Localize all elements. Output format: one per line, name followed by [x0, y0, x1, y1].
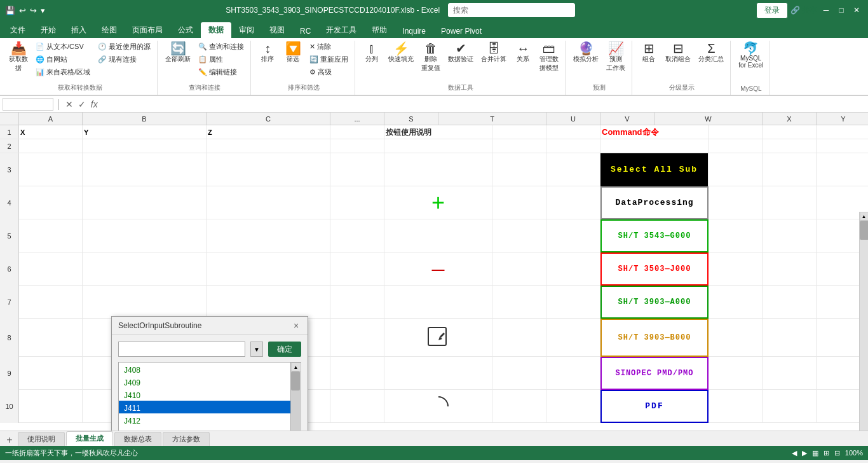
- manage-data-model-button[interactable]: 🗃 管理数据模型: [537, 41, 561, 74]
- cell-C6[interactable]: [207, 252, 330, 286]
- from-text-csv-button[interactable]: 📄 从文本/CSV: [33, 41, 93, 53]
- cell-X1[interactable]: [709, 125, 763, 139]
- existing-connections-button[interactable]: 🔗 现有连接: [95, 53, 153, 66]
- col-header-U[interactable]: U: [546, 113, 600, 125]
- cell-U2[interactable]: [492, 139, 546, 153]
- cell-Z1[interactable]: [817, 125, 868, 139]
- col-header-X[interactable]: X: [763, 113, 817, 125]
- scroll-up-arrow[interactable]: ▲: [860, 212, 869, 221]
- cell-Z2[interactable]: [817, 139, 868, 153]
- remove-duplicates-button[interactable]: 🗑 删除重复值: [419, 41, 443, 74]
- cell-V6[interactable]: [546, 252, 600, 286]
- cell-Y5[interactable]: [763, 219, 817, 252]
- cell-V2[interactable]: [546, 139, 600, 153]
- reapply-button[interactable]: 🔄 重新应用: [307, 53, 351, 66]
- cell-S8[interactable]: [330, 319, 384, 357]
- cell-Y2[interactable]: [763, 139, 817, 153]
- cell-B3[interactable]: [83, 153, 207, 186]
- cell-A8[interactable]: [19, 319, 83, 357]
- refresh-all-button[interactable]: 🔄 全部刷新: [163, 41, 193, 65]
- login-button[interactable]: 登录: [756, 3, 788, 18]
- cell-W2[interactable]: [600, 139, 709, 153]
- col-header-B[interactable]: B: [83, 113, 207, 125]
- cell-Y10[interactable]: [763, 390, 817, 423]
- cell-S4[interactable]: [330, 186, 384, 219]
- cell-W5-sht3543[interactable]: SH/T 3543—G000: [600, 219, 709, 252]
- cell-X10[interactable]: [709, 390, 763, 423]
- sheet-tab-data-table[interactable]: 数据总表: [114, 432, 161, 446]
- tab-file[interactable]: 文件: [3, 22, 33, 38]
- subroutine-input[interactable]: [118, 342, 245, 357]
- cell-S3[interactable]: [330, 153, 384, 186]
- cell-U6[interactable]: [492, 252, 546, 286]
- cell-W9-sinopec[interactable]: SINOPEC PMD/PMO: [600, 357, 709, 390]
- insert-function-icon[interactable]: fx: [90, 99, 99, 109]
- col-header-C[interactable]: C: [207, 113, 330, 125]
- cell-C3[interactable]: [207, 153, 330, 186]
- sheet-tab-usage[interactable]: 使用说明: [18, 432, 65, 446]
- cell-C1[interactable]: Z: [207, 125, 330, 139]
- dialog-close-button[interactable]: ×: [291, 321, 301, 331]
- nav-right-button[interactable]: ▶: [802, 449, 807, 457]
- page-layout-button[interactable]: ⊞: [824, 449, 829, 457]
- cell-V9[interactable]: [546, 357, 600, 390]
- cell-S6[interactable]: [330, 252, 384, 286]
- scroll-thumb[interactable]: [291, 371, 300, 390]
- cell-A4[interactable]: [19, 186, 83, 219]
- col-header-A[interactable]: A: [19, 113, 83, 125]
- cell-V7[interactable]: [546, 286, 600, 319]
- tab-page-layout[interactable]: 页面布局: [125, 22, 170, 38]
- cell-T9[interactable]: [384, 357, 492, 390]
- list-item-J412[interactable]: J412: [119, 413, 290, 426]
- cell-Y3[interactable]: [763, 153, 817, 186]
- cell-W3-select-all-sub[interactable]: Select All Sub: [600, 153, 709, 186]
- group-button[interactable]: ⊞ 组合: [637, 41, 660, 65]
- cell-U9[interactable]: [492, 357, 546, 390]
- cell-Y7[interactable]: [763, 286, 817, 319]
- cell-Z3[interactable]: [817, 153, 868, 186]
- cell-U5[interactable]: [492, 219, 546, 252]
- cell-Y1[interactable]: [763, 125, 817, 139]
- cell-T5[interactable]: [384, 219, 492, 252]
- search-input[interactable]: [448, 3, 575, 17]
- queries-connections-button[interactable]: 🔍 查询和连接: [196, 41, 247, 53]
- restore-button[interactable]: □: [835, 4, 848, 17]
- close-button[interactable]: ✕: [850, 4, 863, 17]
- cell-S10[interactable]: [330, 390, 384, 423]
- cell-W10-pdf[interactable]: PDF: [600, 390, 709, 423]
- redo-icon[interactable]: ↪: [30, 6, 37, 15]
- cell-Y6[interactable]: [763, 252, 817, 286]
- subtotal-button[interactable]: Σ 分类汇总: [696, 41, 726, 65]
- minimize-button[interactable]: ─: [820, 4, 832, 17]
- clear-button[interactable]: ✕ 清除: [307, 41, 351, 53]
- cell-S7[interactable]: [330, 286, 384, 319]
- cell-X4[interactable]: [709, 186, 763, 219]
- cell-S2[interactable]: [330, 139, 384, 153]
- cell-C7[interactable]: [207, 286, 330, 319]
- cell-W1[interactable]: Command命令: [600, 125, 709, 139]
- cell-T7[interactable]: [384, 286, 492, 319]
- relationships-button[interactable]: ↔ 关系: [512, 41, 534, 65]
- cell-A1[interactable]: X: [19, 125, 83, 139]
- sheet-tab-params[interactable]: 方法参数: [163, 432, 210, 446]
- combo-dropdown-arrow[interactable]: ▼: [250, 342, 263, 357]
- flash-fill-button[interactable]: ⚡ 快速填充: [386, 41, 416, 65]
- cell-C4[interactable]: [207, 186, 330, 219]
- undo-icon[interactable]: ↩: [19, 6, 26, 15]
- advanced-button[interactable]: ⚙ 高级: [307, 66, 351, 78]
- cell-X7[interactable]: [709, 286, 763, 319]
- recent-sources-button[interactable]: 🕐 最近使用的源: [95, 41, 153, 53]
- tab-insert[interactable]: 插入: [64, 22, 94, 38]
- cell-Y8[interactable]: [763, 319, 817, 357]
- nav-left-button[interactable]: ◀: [792, 449, 797, 457]
- cell-X2[interactable]: [709, 139, 763, 153]
- what-if-button[interactable]: 🔮 模拟分析: [571, 41, 601, 65]
- cell-X9[interactable]: [709, 357, 763, 390]
- cancel-formula-icon[interactable]: ✕: [64, 99, 74, 109]
- save-icon[interactable]: 💾: [5, 6, 15, 15]
- cell-T4[interactable]: +: [384, 186, 492, 219]
- cell-A10[interactable]: [19, 390, 83, 423]
- from-table-button[interactable]: 📊 来自表格/区域: [33, 66, 93, 78]
- dropdown-icon[interactable]: ▾: [41, 6, 45, 15]
- cell-W4-data-processing[interactable]: DataProcessing: [600, 186, 709, 219]
